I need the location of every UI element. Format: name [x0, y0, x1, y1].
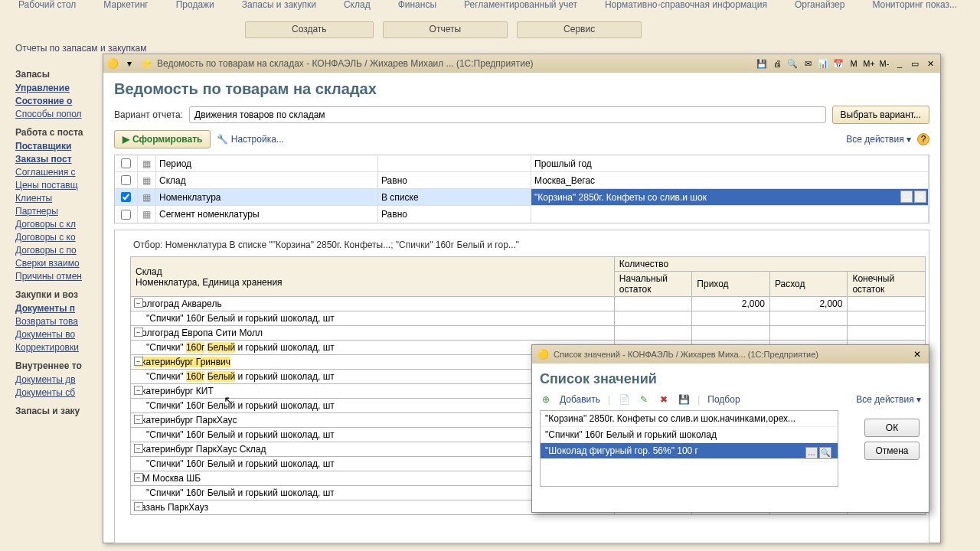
- more-icon[interactable]: …: [900, 191, 913, 203]
- warehouse-row[interactable]: −Волгоград Европа Сити Молл: [131, 326, 615, 341]
- breadcrumb: Отчеты по запасам и закупкам: [15, 43, 146, 54]
- filter-check[interactable]: [121, 175, 131, 185]
- subbar-item[interactable]: Сервис: [517, 21, 642, 38]
- calc-icon[interactable]: 📊: [816, 57, 830, 70]
- filter-op[interactable]: В списке: [378, 189, 531, 205]
- maximize-icon[interactable]: ▭: [908, 57, 922, 70]
- sidebar-link[interactable]: Способы попол: [15, 109, 100, 119]
- ellipsis-icon[interactable]: …: [805, 447, 818, 459]
- filter-icon: ▦: [138, 206, 156, 223]
- collapse-icon[interactable]: −: [134, 473, 143, 482]
- filter-icon: ▦: [138, 172, 156, 188]
- collapse-icon[interactable]: −: [134, 502, 143, 511]
- nav-item[interactable]: Рабочий стол: [5, 0, 90, 18]
- sidebar-link[interactable]: Клиенты: [15, 193, 100, 204]
- filter-value[interactable]: [531, 206, 929, 223]
- filter-op[interactable]: [378, 155, 531, 171]
- warehouse-row[interactable]: −Волгоград Акварель: [131, 297, 615, 311]
- preview-icon[interactable]: 🔍: [786, 57, 799, 70]
- m-icon[interactable]: M: [847, 57, 861, 70]
- filter-value[interactable]: "Корзина" 2850г. Конфеты со слив.и шок✕…: [531, 189, 929, 205]
- filter-check[interactable]: [121, 210, 131, 220]
- sidebar-link[interactable]: Документы п: [15, 303, 100, 314]
- star-icon[interactable]: ⭐: [140, 57, 152, 70]
- mminus-icon[interactable]: M-: [877, 57, 891, 70]
- collapse-icon[interactable]: −: [134, 357, 143, 366]
- sidebar-link[interactable]: Сверки взаимо: [15, 258, 100, 269]
- pick-button[interactable]: Подбор: [707, 394, 740, 405]
- sidebar-link[interactable]: Соглашения с: [15, 167, 100, 178]
- filter-value[interactable]: Прошлый год: [531, 155, 929, 171]
- subbar-item[interactable]: Создать: [245, 21, 374, 38]
- add-icon[interactable]: ⊕: [540, 393, 552, 406]
- nav-item[interactable]: Маркетинг: [90, 0, 162, 18]
- nav-item[interactable]: Склад: [330, 0, 384, 18]
- sidebar-link[interactable]: Цены поставщ: [15, 180, 100, 191]
- filter-op[interactable]: Равно: [378, 172, 531, 188]
- sidebar-link[interactable]: Документы во: [15, 329, 100, 340]
- page-title: Ведомость по товарам на складах: [114, 80, 929, 98]
- sidebar-link[interactable]: Поставщики: [15, 141, 100, 152]
- sidebar-link[interactable]: Договоры с по: [15, 245, 100, 256]
- dialog-close-icon[interactable]: ✕: [910, 349, 924, 360]
- nav-item[interactable]: Продажи: [162, 0, 228, 18]
- sidebar-link[interactable]: Состояние о: [15, 96, 100, 106]
- filter-check[interactable]: [121, 158, 131, 168]
- sidebar-link[interactable]: Корректировки: [15, 342, 100, 353]
- copy-icon[interactable]: 📄: [618, 393, 630, 406]
- form-button[interactable]: ▶Сформировать: [114, 130, 211, 148]
- minimize-icon[interactable]: _: [893, 57, 906, 70]
- collapse-icon[interactable]: −: [134, 415, 143, 424]
- close-icon[interactable]: ✕: [923, 57, 937, 70]
- sidebar-link[interactable]: Партнеры: [15, 206, 100, 217]
- sidebar-link[interactable]: Договоры с ко: [15, 232, 100, 243]
- filter-op[interactable]: Равно: [378, 206, 531, 223]
- nav-item[interactable]: Финансы: [384, 0, 450, 18]
- nav-item[interactable]: Нормативно-справочная информация: [591, 0, 781, 18]
- nav-item[interactable]: Органайзер: [781, 0, 859, 18]
- list-item[interactable]: "Корзина" 2850г. Конфеты со слив.и шок.н…: [541, 411, 838, 427]
- filter-check[interactable]: [121, 192, 131, 202]
- dialog-all-actions[interactable]: Все действия ▾: [856, 394, 921, 405]
- list-item[interactable]: "Шоколад фигурный гор. 56%" 100 г…🔍: [541, 443, 838, 459]
- list-item[interactable]: "Спички" 160г Белый и горький шоколад: [541, 427, 838, 443]
- mail-icon[interactable]: ✉: [801, 57, 815, 70]
- item-row[interactable]: "Спички" 160г Белый и горький шоколад, ш…: [131, 311, 615, 326]
- collapse-icon[interactable]: −: [134, 298, 143, 308]
- edit-icon[interactable]: ✎: [638, 393, 650, 406]
- help-icon[interactable]: ?: [917, 133, 929, 145]
- add-button[interactable]: Добавить: [560, 394, 600, 405]
- sidebar-link[interactable]: Заказы пост: [15, 154, 100, 165]
- save2-icon[interactable]: 💾: [678, 393, 690, 406]
- clear-icon[interactable]: ✕: [914, 191, 926, 203]
- sidebar-link[interactable]: Причины отмен: [15, 271, 100, 282]
- sidebar-link[interactable]: Договоры с кл: [15, 219, 100, 230]
- nav-item[interactable]: Запасы и закупки: [228, 0, 330, 18]
- ok-button[interactable]: ОК: [864, 419, 920, 437]
- collapse-icon[interactable]: −: [134, 386, 143, 395]
- variant-label: Вариант отчета:: [114, 109, 183, 120]
- subbar-item[interactable]: Отчеты: [383, 21, 508, 38]
- save-icon[interactable]: 💾: [755, 57, 769, 70]
- variant-input[interactable]: [189, 106, 826, 123]
- mplus-icon[interactable]: M+: [862, 57, 876, 70]
- cancel-button[interactable]: Отмена: [864, 442, 920, 460]
- nav-item[interactable]: Мониторинг показ...: [858, 0, 971, 18]
- collapse-icon[interactable]: −: [134, 444, 143, 453]
- calendar-icon[interactable]: 📅: [831, 57, 845, 70]
- sidebar-link[interactable]: Документы дв: [15, 374, 100, 385]
- select-variant-button[interactable]: Выбрать вариант...: [832, 106, 929, 124]
- app-icon: 🟡: [106, 57, 119, 70]
- nav-item[interactable]: Регламентированный учет: [450, 0, 591, 18]
- filter-value[interactable]: Москва_Вегас: [531, 172, 929, 188]
- delete-icon[interactable]: ✖: [658, 393, 670, 406]
- sidebar-link[interactable]: Управление: [15, 83, 100, 93]
- collapse-icon[interactable]: −: [134, 328, 143, 337]
- search-icon[interactable]: 🔍: [819, 447, 831, 459]
- sidebar-link[interactable]: Возвраты това: [15, 316, 100, 327]
- dropdown-icon[interactable]: ▾: [123, 57, 136, 70]
- sidebar-link[interactable]: Документы сб: [15, 387, 100, 398]
- all-actions[interactable]: Все действия ▾: [846, 134, 911, 145]
- print-icon[interactable]: 🖨: [770, 57, 784, 70]
- settings-link[interactable]: 🔧 Настройка...: [217, 134, 283, 145]
